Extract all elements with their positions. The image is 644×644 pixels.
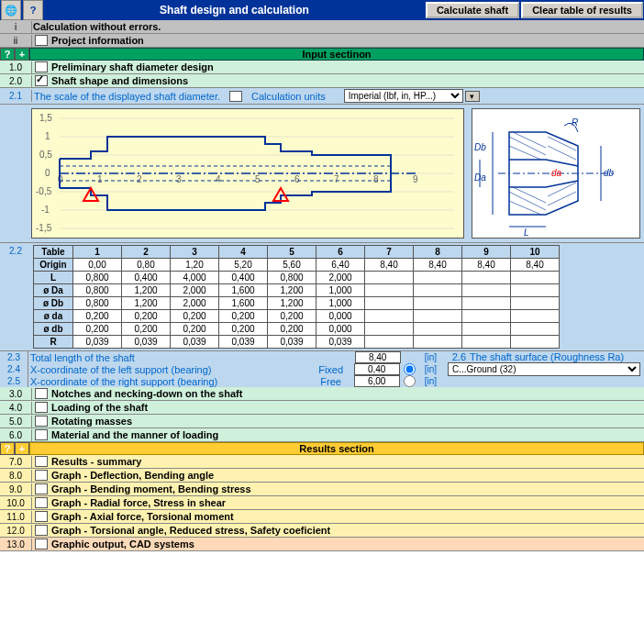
section-12-0[interactable]: 12.0Graph - Torsional angle, Reduced str… [0,524,644,538]
checkbox-icon[interactable] [229,91,242,102]
section-10-0[interactable]: 10.0Graph - Radial force, Stress in shea… [0,496,644,510]
checkbox-icon[interactable] [35,525,48,536]
calculate-button[interactable]: Calculate shaft [426,2,519,18]
svg-text:4: 4 [216,174,221,184]
section-11-0[interactable]: 11.0Graph - Axial force, Torsional momen… [0,510,644,524]
right-support-input[interactable]: 6,00 [354,375,400,387]
checkbox-icon[interactable] [35,470,48,481]
svg-text:3: 3 [176,174,182,184]
section-5-0[interactable]: 5.0Rotating masses [0,415,644,428]
left-support-input[interactable]: 0,40 [354,363,400,375]
checkbox-icon[interactable] [35,456,48,467]
checkbox-icon[interactable] [35,416,48,427]
checkbox-icon[interactable] [35,497,48,508]
svg-text:1,5: 1,5 [39,113,52,123]
input-section-header: ? + Input sectinon [0,48,644,61]
clear-button[interactable]: Clear table of results [521,2,643,18]
chevron-down-icon[interactable]: ▾ [465,91,480,102]
svg-text:-1: -1 [41,205,50,215]
checkbox-icon[interactable] [35,388,48,399]
svg-text:da: da [551,168,562,178]
svg-text:L: L [524,228,529,238]
section-9-0[interactable]: 9.0Graph - Bending moment, Bending stres… [0,483,644,496]
svg-text:-1,5: -1,5 [36,223,52,233]
svg-text:0: 0 [45,168,50,178]
plus-icon[interactable]: + [15,48,29,61]
dimension-diagram: R Db Da da db L [472,108,640,239]
help-icon[interactable]: ? [0,442,15,455]
section-2-0[interactable]: 2.0 Shaft shape and dimensions [0,74,644,88]
status-text: Calculation without errors. [32,20,644,33]
checkbox-icon[interactable] [35,61,48,72]
svg-text:0,5: 0,5 [39,150,52,160]
globe-icon[interactable]: 🌐 [1,0,21,20]
section-4-0[interactable]: 4.0Loading of the shaft [0,401,644,415]
svg-text:-0,5: -0,5 [36,186,52,196]
svg-text:8: 8 [373,174,379,184]
section-3-0[interactable]: 3.0Notches and necking-down on the shaft [0,387,644,401]
status-row: i Calculation without errors. [0,20,644,34]
section-13-0[interactable]: 13.0Graphic output, CAD systems [0,538,644,551]
svg-text:9: 9 [413,174,418,184]
checkbox-icon[interactable] [35,35,48,46]
total-length-value: 8,40 [355,351,401,363]
surface-select[interactable]: C...Ground (32) [448,362,640,376]
row-2-1: 2.1 The scale of the displayed shaft dia… [0,88,644,105]
units-select[interactable]: Imperial (lbf, in, HP...) [344,89,463,103]
results-section-header: ? + Results section [0,442,644,455]
row-2-2: 2.2 Table12345678910Origin0,000,801,205,… [0,243,644,351]
section-8-0[interactable]: 8.0Graph - Deflection, Bending angle [0,469,644,483]
checkbox-icon[interactable] [35,75,48,86]
checkbox-icon[interactable] [35,511,48,522]
svg-text:2: 2 [137,174,142,184]
svg-text:1: 1 [45,131,50,141]
svg-text:6: 6 [294,174,300,184]
diagram-area: 1,510,50-0,5-1-1,5 0123456789 [0,105,644,243]
svg-text:db: db [604,168,615,178]
section-7-0[interactable]: 7.0Results - summary [0,455,644,469]
fixed-radio[interactable] [404,363,416,375]
app-title: Shaft design and calculation [44,4,425,17]
checkbox-icon[interactable] [35,539,48,550]
checkbox-icon[interactable] [35,429,48,440]
svg-text:7: 7 [334,174,339,184]
plus-icon[interactable]: + [15,442,29,455]
checkbox-icon[interactable] [35,402,48,413]
section-6-0[interactable]: 6.0Material and the manner of loading [0,428,644,442]
svg-text:Db: Db [474,142,486,152]
svg-text:Da: Da [474,172,486,183]
shaft-table[interactable]: Table12345678910Origin0,000,801,205,205,… [33,245,560,349]
help-icon[interactable]: ? [23,0,43,20]
shaft-chart: 1,510,50-0,5-1-1,5 0123456789 [31,108,464,239]
help-icon[interactable]: ? [0,48,15,61]
project-info-row[interactable]: ii Project information [0,34,644,48]
svg-text:5: 5 [255,174,261,184]
svg-text:1: 1 [97,174,103,184]
checkbox-icon[interactable] [35,483,48,494]
section-1-0[interactable]: 1.0 Preliminary shaft diameter design [0,61,644,74]
title-bar: 🌐 ? Shaft design and calculation Calcula… [0,0,644,20]
free-radio[interactable] [404,375,416,387]
